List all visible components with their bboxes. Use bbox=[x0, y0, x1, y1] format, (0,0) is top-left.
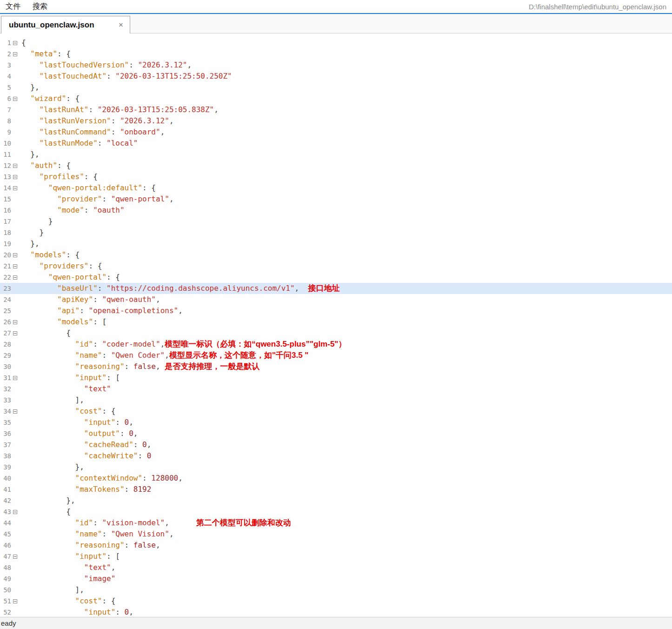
fold-toggle-icon[interactable] bbox=[13, 599, 17, 603]
code-line[interactable]: 3 "lastTouchedVersion": "2026.3.12", bbox=[0, 60, 672, 71]
code-text: "lastRunAt": "2026-03-13T15:25:05.838Z", bbox=[21, 104, 219, 115]
menu-item-search[interactable]: 搜索 bbox=[33, 2, 47, 12]
gutter: 17 bbox=[0, 216, 21, 227]
tab-close-icon[interactable]: × bbox=[119, 20, 123, 30]
code-line[interactable]: 36 "output": 0, bbox=[0, 428, 672, 439]
code-line[interactable]: 44 "id": "vision-model", 第二个模型可以删除和改动 bbox=[0, 517, 672, 529]
fold-toggle-icon[interactable] bbox=[13, 275, 17, 280]
fold-toggle-icon[interactable] bbox=[13, 376, 17, 380]
code-line[interactable]: 34 "cost": { bbox=[0, 406, 672, 417]
code-line[interactable]: 6 "wizard": { bbox=[0, 93, 672, 104]
code-line[interactable]: 43 { bbox=[0, 506, 672, 517]
editor-window: 文件 搜索 D:\finalshell\temp\edit\ubuntu_ope… bbox=[0, 0, 672, 629]
code-line[interactable]: 42 }, bbox=[0, 495, 672, 506]
code-line[interactable]: 4 "lastTouchedAt": "2026-03-13T15:25:50.… bbox=[0, 71, 672, 82]
code-line[interactable]: 26 "models": [ bbox=[0, 316, 672, 328]
code-line[interactable]: 20 "models": { bbox=[0, 249, 672, 261]
gutter: 42 bbox=[0, 495, 21, 506]
code-line[interactable]: 21 "providers": { bbox=[0, 261, 672, 272]
code-line[interactable]: 22 "qwen-portal": { bbox=[0, 272, 672, 283]
code-text: "input": 0, bbox=[21, 417, 133, 428]
line-number: 6 bbox=[0, 93, 11, 104]
code-line[interactable]: 45 "name": "Qwen Vision", bbox=[0, 529, 672, 540]
code-line[interactable]: 14 "qwen-portal:default": { bbox=[0, 182, 672, 194]
fold-spacer bbox=[13, 610, 17, 615]
code-line[interactable]: 1{ bbox=[0, 37, 672, 48]
gutter: 45 bbox=[0, 529, 21, 540]
line-number: 26 bbox=[0, 316, 11, 328]
code-line[interactable]: 5 }, bbox=[0, 82, 672, 93]
code-line[interactable]: 17 } bbox=[0, 216, 672, 227]
code-line[interactable]: 37 "cacheRead": 0, bbox=[0, 439, 672, 450]
code-editor[interactable]: 1{2 "meta": {3 "lastTouchedVersion": "20… bbox=[0, 33, 672, 617]
line-number: 15 bbox=[0, 194, 11, 205]
fold-toggle-icon[interactable] bbox=[13, 264, 17, 268]
fold-toggle-icon[interactable] bbox=[13, 510, 17, 514]
fold-spacer bbox=[13, 421, 17, 425]
fold-toggle-icon[interactable] bbox=[13, 331, 17, 335]
gutter: 22 bbox=[0, 272, 21, 283]
line-number: 35 bbox=[0, 417, 11, 428]
code-line[interactable]: 18 } bbox=[0, 227, 672, 238]
code-line[interactable]: 23 "baseUrl": "https://coding.dashscope.… bbox=[0, 283, 672, 294]
line-number: 25 bbox=[0, 305, 11, 316]
fold-toggle-icon[interactable] bbox=[13, 52, 17, 56]
code-line[interactable]: 12 "auth": { bbox=[0, 160, 672, 171]
code-line[interactable]: 15 "provider": "qwen-portal", bbox=[0, 194, 672, 205]
code-line[interactable]: 16 "mode": "oauth" bbox=[0, 205, 672, 216]
fold-toggle-icon[interactable] bbox=[13, 164, 17, 168]
menu-item-file[interactable]: 文件 bbox=[6, 2, 20, 12]
code-line[interactable]: 49 "image" bbox=[0, 573, 672, 584]
code-line[interactable]: 19 }, bbox=[0, 238, 672, 249]
code-line[interactable]: 31 "input": [ bbox=[0, 372, 672, 383]
code-line[interactable]: 52 "input": 0, bbox=[0, 607, 672, 617]
gutter: 39 bbox=[0, 462, 21, 473]
code-line[interactable]: 40 "contextWindow": 128000, bbox=[0, 473, 672, 484]
code-line[interactable]: 33 ], bbox=[0, 395, 672, 406]
code-line[interactable]: 39 }, bbox=[0, 462, 672, 473]
code-line[interactable]: 51 "cost": { bbox=[0, 596, 672, 607]
line-number: 34 bbox=[0, 406, 11, 417]
code-line[interactable]: 13 "profiles": { bbox=[0, 171, 672, 182]
code-line[interactable]: 41 "maxTokens": 8192 bbox=[0, 484, 672, 495]
code-line[interactable]: 50 ], bbox=[0, 584, 672, 596]
gutter: 16 bbox=[0, 205, 21, 216]
code-text: } bbox=[21, 216, 53, 227]
code-line[interactable]: 47 "input": [ bbox=[0, 551, 672, 562]
code-line[interactable]: 2 "meta": { bbox=[0, 48, 672, 60]
line-number: 23 bbox=[0, 283, 11, 294]
fold-toggle-icon[interactable] bbox=[13, 97, 17, 101]
code-line[interactable]: 29 "name": "Qwen Coder",模型显示名称，这个随意，如"千问… bbox=[0, 350, 672, 361]
code-line[interactable]: 28 "id": "coder-model",模型唯一标识（必填：如“qwen3… bbox=[0, 339, 672, 350]
code-line[interactable]: 8 "lastRunVersion": "2026.3.12", bbox=[0, 115, 672, 127]
fold-toggle-icon[interactable] bbox=[13, 175, 17, 179]
code-line[interactable]: 46 "reasoning": false, bbox=[0, 540, 672, 551]
code-line[interactable]: 48 "text", bbox=[0, 562, 672, 573]
code-line[interactable]: 27 { bbox=[0, 328, 672, 339]
code-line[interactable]: 30 "reasoning": false, 是否支持推理，一般是默认 bbox=[0, 361, 672, 372]
gutter: 19 bbox=[0, 238, 21, 249]
code-text: "lastTouchedAt": "2026-03-13T15:25:50.25… bbox=[21, 71, 232, 82]
fold-toggle-icon[interactable] bbox=[13, 186, 17, 190]
code-line[interactable]: 32 "text" bbox=[0, 383, 672, 395]
fold-toggle-icon[interactable] bbox=[13, 41, 17, 45]
fold-toggle-icon[interactable] bbox=[13, 320, 17, 324]
gutter: 31 bbox=[0, 372, 21, 383]
gutter: 3 bbox=[0, 60, 21, 71]
code-line[interactable]: 11 }, bbox=[0, 149, 672, 160]
tab-ubuntu-openclaw-json[interactable]: ubuntu_openclaw.json × bbox=[1, 16, 130, 33]
code-text: "cost": { bbox=[21, 406, 115, 417]
fold-toggle-icon[interactable] bbox=[13, 409, 17, 414]
code-line[interactable]: 9 "lastRunCommand": "onboard", bbox=[0, 127, 672, 138]
fold-toggle-icon[interactable] bbox=[13, 555, 17, 559]
code-line[interactable]: 25 "api": "openai-completions", bbox=[0, 305, 672, 316]
line-number: 11 bbox=[0, 149, 11, 160]
code-line[interactable]: 7 "lastRunAt": "2026-03-13T15:25:05.838Z… bbox=[0, 104, 672, 115]
code-line[interactable]: 35 "input": 0, bbox=[0, 417, 672, 428]
line-number: 4 bbox=[0, 71, 11, 82]
gutter: 25 bbox=[0, 305, 21, 316]
code-line[interactable]: 38 "cacheWrite": 0 bbox=[0, 450, 672, 462]
code-line[interactable]: 10 "lastRunMode": "local" bbox=[0, 138, 672, 149]
code-line[interactable]: 24 "apiKey": "qwen-oauth", bbox=[0, 294, 672, 305]
fold-toggle-icon[interactable] bbox=[13, 253, 17, 257]
